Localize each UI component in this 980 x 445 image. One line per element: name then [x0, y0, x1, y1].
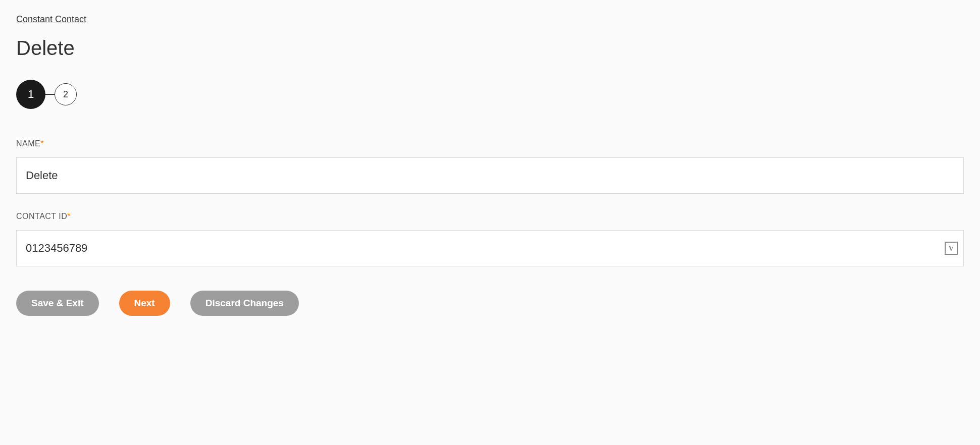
action-button-row: Save & Exit Next Discard Changes	[16, 291, 964, 316]
save-and-exit-button[interactable]: Save & Exit	[16, 291, 99, 316]
discard-changes-button[interactable]: Discard Changes	[190, 291, 299, 316]
required-asterisk-icon: *	[40, 139, 44, 148]
next-button[interactable]: Next	[119, 291, 170, 316]
step-2-indicator[interactable]: 2	[55, 83, 77, 105]
contact-id-label: CONTACT ID*	[16, 212, 964, 221]
name-label: NAME*	[16, 139, 964, 148]
step-connector	[45, 94, 55, 95]
name-label-text: NAME	[16, 139, 40, 148]
wizard-stepper: 1 2	[16, 80, 964, 109]
required-asterisk-icon: *	[67, 212, 71, 220]
variable-picker-icon[interactable]: V	[945, 242, 958, 255]
name-field-group: NAME*	[16, 139, 964, 194]
contact-id-field-group: CONTACT ID* V	[16, 212, 964, 266]
name-input[interactable]	[16, 157, 964, 194]
step-1-indicator[interactable]: 1	[16, 80, 45, 109]
contact-id-label-text: CONTACT ID	[16, 212, 67, 220]
contact-id-input[interactable]	[16, 230, 964, 266]
page-title: Delete	[16, 37, 964, 60]
breadcrumb-link[interactable]: Constant Contact	[16, 14, 86, 25]
